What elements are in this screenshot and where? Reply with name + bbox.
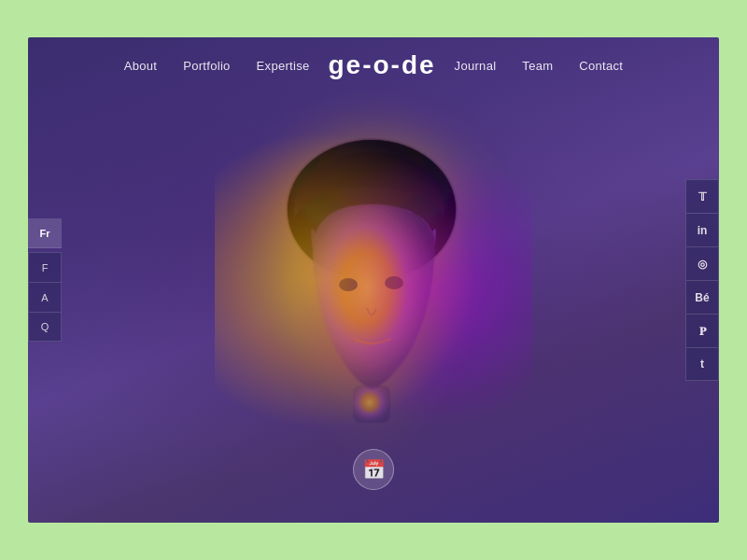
tumblr-icon[interactable]: t bbox=[685, 347, 719, 381]
left-sidebar: Fr F A Q bbox=[28, 218, 62, 342]
language-button[interactable]: Fr bbox=[28, 218, 62, 248]
faq-q[interactable]: Q bbox=[28, 312, 62, 342]
face-illustration bbox=[252, 135, 495, 443]
nav-contact[interactable]: Contact bbox=[579, 59, 623, 73]
brand-logo[interactable]: ge-o-de bbox=[329, 50, 436, 80]
app-window: About Portfolio Expertise ge-o-de Journa… bbox=[28, 37, 719, 523]
svg-point-1 bbox=[339, 278, 358, 291]
right-sidebar-social: 𝕋 in ◎ Bé 𝐏 t bbox=[685, 179, 719, 381]
nav-links-right: Journal Team Contact bbox=[455, 57, 624, 74]
linkedin-icon[interactable]: in bbox=[685, 213, 719, 246]
hero-face bbox=[243, 126, 504, 453]
faq-f[interactable]: F bbox=[28, 252, 62, 282]
faq-a[interactable]: A bbox=[28, 282, 62, 312]
twitter-icon[interactable]: 𝕋 bbox=[685, 179, 719, 213]
calendar-button[interactable]: 📅 bbox=[353, 449, 394, 490]
svg-point-2 bbox=[385, 276, 403, 289]
behance-icon[interactable]: Bé bbox=[685, 280, 719, 314]
svg-rect-3 bbox=[353, 385, 390, 423]
nav-portfolio[interactable]: Portfolio bbox=[183, 59, 230, 73]
faq-sidebar: F A Q bbox=[28, 252, 62, 342]
nav-links-left: About Portfolio Expertise bbox=[124, 57, 310, 74]
nav-team[interactable]: Team bbox=[522, 59, 553, 73]
main-nav: About Portfolio Expertise ge-o-de Journa… bbox=[28, 37, 719, 93]
nav-about[interactable]: About bbox=[124, 59, 157, 73]
pinterest-icon[interactable]: 𝐏 bbox=[685, 314, 719, 347]
dribbble-icon[interactable]: ◎ bbox=[685, 246, 719, 280]
nav-expertise[interactable]: Expertise bbox=[257, 59, 310, 73]
nav-journal[interactable]: Journal bbox=[455, 59, 497, 73]
